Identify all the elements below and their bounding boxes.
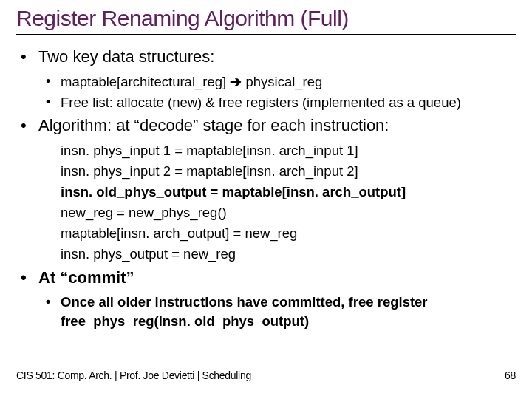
- sub-commit-text: Once all older instructions have committ…: [38, 293, 516, 331]
- code-list: insn. phys_input 1 = maptable[insn. arch…: [38, 141, 516, 263]
- bullet-text: Two key data structures:: [38, 47, 214, 66]
- code-line: insn. phys_input 1 = maptable[insn. arch…: [38, 141, 516, 160]
- bullet-text: Algorithm: at “decode” stage for each in…: [38, 116, 389, 134]
- sub-maptable: maptable[architectural_reg] ➔ physical_r…: [38, 72, 516, 92]
- slide-title: Register Renaming Algorithm (Full): [16, 6, 516, 35]
- footer: CIS 501: Comp. Arch. | Prof. Joe Deviett…: [16, 369, 516, 381]
- code-line: maptable[insn. arch_output] = new_reg: [38, 224, 516, 243]
- slide: Register Renaming Algorithm (Full) Two k…: [0, 0, 532, 399]
- code-line: insn. phys_output = new_reg: [38, 245, 516, 264]
- sub-list: Once all older instructions have committ…: [38, 293, 516, 331]
- sub-freelist: Free list: allocate (new) & free registe…: [38, 93, 516, 112]
- bullet-data-structures: Two key data structures: maptable[archit…: [16, 46, 516, 112]
- code-line: insn. old_phys_output = maptable[insn. a…: [38, 183, 516, 202]
- code-line: new_reg = new_phys_reg(): [38, 203, 516, 222]
- sub-list: maptable[architectural_reg] ➔ physical_r…: [38, 72, 516, 112]
- code-line: insn. phys_input 2 = maptable[insn. arch…: [38, 162, 516, 181]
- page-number: 68: [505, 369, 516, 381]
- bullet-algorithm: Algorithm: at “decode” stage for each in…: [16, 115, 516, 263]
- footer-left: CIS 501: Comp. Arch. | Prof. Joe Deviett…: [16, 369, 251, 381]
- text-pre: maptable[architectural_reg]: [61, 74, 230, 89]
- text-post: physical_reg: [242, 74, 322, 89]
- arrow-icon: ➔: [230, 74, 242, 89]
- content-list: Two key data structures: maptable[archit…: [16, 46, 516, 331]
- bullet-commit: At “commit” Once all older instructions …: [16, 267, 516, 331]
- bullet-text: At “commit”: [38, 268, 134, 287]
